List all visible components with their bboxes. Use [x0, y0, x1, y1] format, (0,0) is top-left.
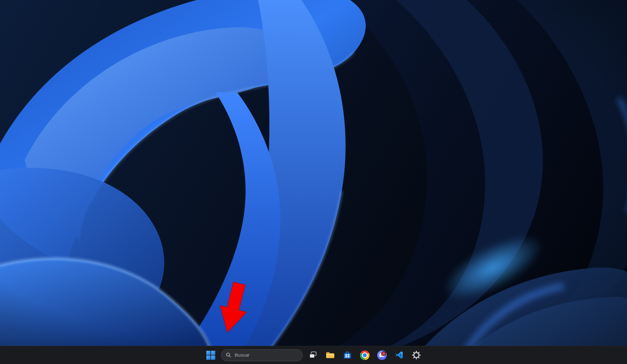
- wallpaper-image: [0, 0, 627, 364]
- microsoft-store-button[interactable]: [340, 348, 354, 362]
- vscode-icon: [394, 350, 404, 360]
- taskbar-center-group: [204, 348, 423, 362]
- windows-logo-icon: [206, 351, 215, 360]
- chrome-button[interactable]: [358, 348, 372, 362]
- search-icon: [226, 352, 231, 358]
- file-explorer-button[interactable]: [323, 348, 337, 362]
- start-button[interactable]: [204, 348, 218, 362]
- settings-button[interactable]: [409, 348, 423, 362]
- file-explorer-icon: [325, 350, 335, 360]
- task-view-button[interactable]: [306, 348, 320, 362]
- settings-gear-icon: [412, 350, 421, 360]
- vscode-button[interactable]: [392, 348, 406, 362]
- task-view-icon: [308, 350, 318, 360]
- desktop: [0, 0, 627, 364]
- taskbar-search[interactable]: [221, 349, 303, 361]
- discord-button[interactable]: [375, 348, 389, 362]
- taskbar: [0, 346, 627, 364]
- discord-icon: [377, 350, 387, 360]
- search-input[interactable]: [234, 352, 298, 358]
- microsoft-store-icon: [342, 350, 352, 360]
- chrome-icon: [360, 350, 370, 360]
- notification-badge: [381, 351, 386, 356]
